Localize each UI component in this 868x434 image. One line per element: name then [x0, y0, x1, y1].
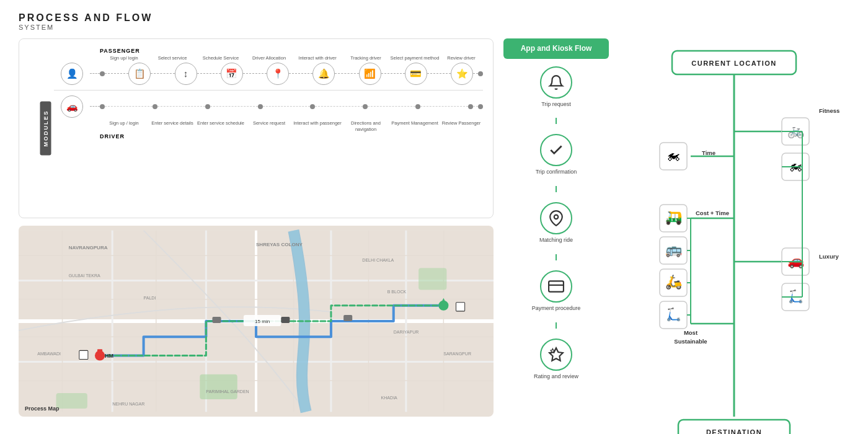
- kiosk-step-matching-ride: Matching ride: [539, 202, 573, 244]
- rating-icon: [540, 339, 572, 371]
- rating-label: Rating and review: [534, 373, 578, 381]
- svg-point-24: [438, 301, 448, 311]
- p-icon-6: 📶: [359, 63, 381, 85]
- flow-diagram-svg: CURRENT LOCATION: [629, 45, 839, 434]
- svg-text:🏍: 🏍: [666, 148, 680, 163]
- svg-rect-42: [79, 350, 88, 359]
- svg-rect-43: [456, 303, 465, 311]
- middle-panel: App and Kiosk Flow Trip request: [503, 38, 609, 417]
- kiosk-step-trip-confirmation: Trip confirmation: [536, 134, 577, 176]
- svg-text:Sustainable: Sustainable: [674, 338, 707, 345]
- h-separator: [54, 90, 483, 91]
- trip-confirmation-label: Trip confirmation: [536, 169, 577, 176]
- step-label-signup: Sign up/ login: [100, 55, 148, 61]
- svg-rect-20: [418, 268, 446, 290]
- d-step-label-3: Enter service schedule: [197, 120, 245, 133]
- svg-text:SHREYAS COLONY: SHREYAS COLONY: [256, 242, 303, 247]
- flow-diagram: CURRENT LOCATION: [629, 45, 839, 434]
- d-step-label-5: Interact with passenger: [293, 120, 342, 133]
- svg-text:AMBAWADI: AMBAWADI: [37, 352, 61, 356]
- map-svg: HM 15 min NAVRANGPURA SHREYAS COLONY DEL…: [19, 226, 494, 417]
- svg-text:Luxury: Luxury: [819, 253, 839, 260]
- svg-rect-40: [281, 317, 290, 323]
- matching-ride-icon: [540, 202, 572, 234]
- p-icon-4: 📍: [267, 63, 289, 85]
- svg-text:15 min: 15 min: [255, 319, 270, 324]
- svg-text:DESTINATION: DESTINATION: [706, 428, 762, 434]
- svg-text:PALDI: PALDI: [144, 296, 156, 300]
- svg-text:B BLOCK: B BLOCK: [388, 290, 407, 294]
- svg-text:KHADIA: KHADIA: [381, 396, 398, 400]
- page-subtitle: SYSTEM: [19, 24, 849, 31]
- passenger-label: PASSENGER: [100, 48, 140, 54]
- driver-label: DRIVER: [100, 133, 125, 140]
- svg-rect-41: [343, 315, 352, 321]
- svg-rect-39: [212, 317, 221, 323]
- d-step-label-2: Enter service details: [148, 120, 197, 133]
- svg-rect-45: [549, 281, 564, 291]
- svg-text:🚌: 🚌: [665, 241, 683, 258]
- svg-text:Cost + Time: Cost + Time: [696, 210, 729, 216]
- payment-icon: [540, 270, 572, 303]
- map-label: Process Map: [25, 405, 60, 412]
- svg-text:DELHI CHAKLA: DELHI CHAKLA: [362, 258, 394, 262]
- svg-rect-19: [56, 393, 87, 409]
- connector-3: [556, 254, 557, 260]
- p-icon-2: ↕: [175, 63, 197, 85]
- d-step-label-6: Directions and navigation: [342, 120, 390, 133]
- p-icon-5: 🔔: [312, 63, 335, 85]
- d-step-label-7: Payment Management: [390, 120, 440, 133]
- connector-4: [556, 322, 557, 329]
- matching-ride-label: Matching ride: [539, 237, 573, 244]
- flow-content: PASSENGER Sign up/ login Select service …: [54, 48, 483, 140]
- svg-rect-18: [200, 374, 237, 399]
- payment-label: Payment procedure: [532, 305, 581, 312]
- svg-text:Fitness: Fitness: [819, 107, 839, 114]
- process-flow-box: MODULES PASSENGER Sign up/ login Select …: [19, 38, 494, 218]
- modules-label: MODULES: [40, 102, 51, 156]
- svg-text:🛴: 🛴: [666, 307, 681, 322]
- kiosk-step-trip-request: Trip request: [540, 66, 572, 108]
- main-content: MODULES PASSENGER Sign up/ login Select …: [19, 38, 849, 417]
- d-step-label-1: Sign up / login: [100, 120, 148, 133]
- kiosk-steps: Trip request Trip confirmation: [503, 66, 609, 380]
- step-label-interact-driver: Interact with driver: [293, 55, 342, 61]
- p-icon-1: 📋: [128, 63, 151, 85]
- kiosk-step-payment: Payment procedure: [532, 270, 581, 312]
- p-icon-3: 📅: [221, 63, 243, 85]
- map-box: HM 15 min NAVRANGPURA SHREYAS COLONY DEL…: [19, 226, 494, 417]
- kiosk-step-rating: Rating and review: [534, 339, 578, 381]
- trip-confirmation-icon: [540, 134, 572, 166]
- step-label-schedule: Schedule Service: [197, 55, 245, 61]
- svg-text:CURRENT LOCATION: CURRENT LOCATION: [691, 60, 776, 67]
- step-label-driver-alloc: Driver Allocation: [245, 55, 293, 61]
- svg-text:HM: HM: [105, 353, 113, 359]
- svg-text:DARIYAPUR: DARIYAPUR: [394, 330, 419, 334]
- d-step-label-4: Service request: [245, 120, 293, 133]
- right-panel: CURRENT LOCATION: [619, 38, 849, 417]
- svg-text:🛵: 🛵: [665, 273, 683, 290]
- svg-text:SARANGPUR: SARANGPUR: [443, 352, 471, 356]
- step-label-payment: Select payment method: [390, 55, 440, 61]
- step-label-select: Select service: [148, 55, 197, 61]
- svg-text:🛺: 🛺: [665, 209, 683, 226]
- svg-text:Most: Most: [684, 329, 698, 336]
- page-title: PROCESS AND FLOW: [19, 12, 849, 24]
- step-label-tracking: Tracking driver: [342, 55, 390, 61]
- trip-request-label: Trip request: [541, 101, 571, 108]
- svg-text:Time: Time: [702, 149, 715, 156]
- step-label-review: Review driver: [440, 55, 483, 61]
- connector-2: [556, 186, 557, 192]
- left-panel: MODULES PASSENGER Sign up/ login Select …: [19, 38, 494, 417]
- driver-icon: 🚗: [61, 95, 83, 118]
- d-step-label-8: Review Passenger: [440, 120, 483, 133]
- page-header: PROCESS AND FLOW SYSTEM: [19, 12, 849, 31]
- passenger-icon: 👤: [61, 63, 83, 85]
- p-icon-8: ⭐: [451, 63, 473, 85]
- svg-marker-47: [549, 348, 563, 361]
- svg-marker-48: [551, 348, 555, 353]
- svg-text:🏍: 🏍: [789, 158, 802, 174]
- svg-text:GULBAI TEKRA: GULBAI TEKRA: [69, 273, 100, 278]
- trip-request-icon: [540, 66, 572, 99]
- connector-1: [556, 118, 557, 124]
